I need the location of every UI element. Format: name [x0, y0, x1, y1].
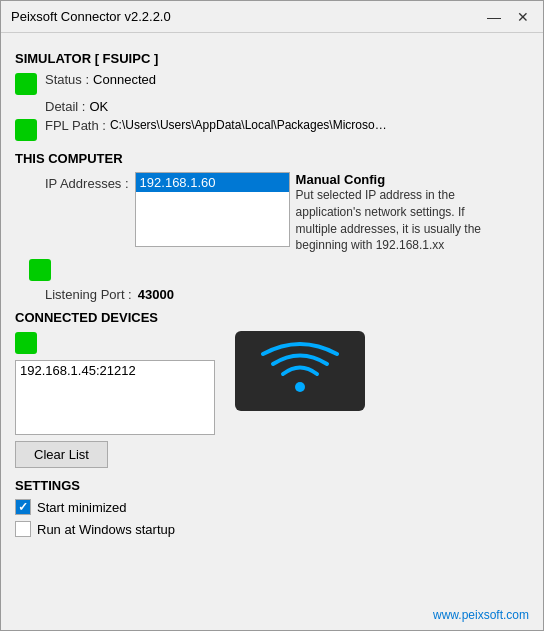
simulator-detail-row: Detail : OK: [45, 99, 529, 114]
website-link[interactable]: www.peixsoft.com: [433, 608, 529, 622]
simulator-status-row: Status : Connected: [15, 72, 529, 95]
simulator-status-label: Status :: [45, 72, 89, 87]
settings-section: SETTINGS ✓ Start minimized ✓ Run at Wind…: [15, 478, 529, 537]
run-at-startup-checkbox[interactable]: ✓: [15, 521, 31, 537]
start-minimized-checkbox[interactable]: ✓: [15, 499, 31, 515]
wifi-icon: [255, 339, 345, 404]
simulator-detail-value: OK: [89, 99, 108, 114]
start-minimized-row: ✓ Start minimized: [15, 499, 529, 515]
connected-devices-section-title: CONNECTED DEVICES: [15, 310, 529, 325]
manual-config-box: Manual Config Put selected IP address in…: [296, 172, 486, 254]
connected-devices-row: 192.168.1.45:21212 Clear List: [15, 331, 529, 468]
ip-listbox[interactable]: 192.168.1.60: [135, 172, 290, 247]
close-button[interactable]: ✕: [513, 10, 533, 24]
simulator-fpl-label: FPL Path :: [45, 118, 106, 133]
device-listbox[interactable]: 192.168.1.45:21212: [15, 360, 215, 435]
devices-left-panel: 192.168.1.45:21212 Clear List: [15, 331, 215, 468]
title-bar: Peixsoft Connector v2.2.2.0 — ✕: [1, 1, 543, 33]
listening-port-value: 43000: [138, 287, 174, 302]
simulator-fpl-value: C:\Users\Users\AppData\Local\Packages\Mi…: [110, 118, 390, 132]
listening-port-row: Listening Port : 43000: [45, 287, 529, 302]
app-window: Peixsoft Connector v2.2.2.0 — ✕ SIMULATO…: [0, 0, 544, 631]
simulator-status-value: Connected: [93, 72, 156, 87]
device-indicator-row: [15, 331, 37, 354]
start-minimized-label: Start minimized: [37, 500, 127, 515]
settings-section-title: SETTINGS: [15, 478, 529, 493]
manual-config-title: Manual Config: [296, 172, 486, 187]
simulator-fpl-row: FPL Path : C:\Users\Users\AppData\Local\…: [15, 118, 529, 141]
simulator-detail-label: Detail :: [45, 99, 85, 114]
simulator-section-title: SIMULATOR [ FSUIPC ]: [15, 51, 529, 66]
start-minimized-check-icon: ✓: [18, 501, 28, 513]
ip-listbox-item[interactable]: 192.168.1.60: [136, 173, 289, 192]
device-listbox-item[interactable]: 192.168.1.45:21212: [16, 361, 214, 380]
ip-addresses-row: IP Addresses : 192.168.1.60 Manual Confi…: [15, 172, 529, 254]
wifi-icon-box: [235, 331, 365, 411]
device-indicator: [15, 332, 37, 354]
ip-indicator: [29, 259, 51, 281]
window-title: Peixsoft Connector v2.2.2.0: [11, 9, 171, 24]
run-at-startup-row: ✓ Run at Windows startup: [15, 521, 529, 537]
simulator-fpl-indicator: [15, 119, 37, 141]
minimize-button[interactable]: —: [483, 10, 505, 24]
this-computer-section-title: THIS COMPUTER: [15, 151, 529, 166]
clear-list-button[interactable]: Clear List: [15, 441, 108, 468]
simulator-status-indicator: [15, 73, 37, 95]
svg-point-0: [295, 382, 305, 392]
wifi-icon-container: [235, 331, 365, 411]
footer: www.peixsoft.com: [1, 604, 543, 630]
run-at-startup-label: Run at Windows startup: [37, 522, 175, 537]
green-indicator-row: [29, 258, 529, 281]
manual-config-text: Put selected IP address in the applicati…: [296, 187, 486, 254]
listening-port-label: Listening Port :: [45, 287, 132, 302]
ip-label: IP Addresses :: [45, 176, 129, 191]
window-controls: — ✕: [483, 10, 533, 24]
main-content: SIMULATOR [ FSUIPC ] Status : Connected …: [1, 33, 543, 604]
